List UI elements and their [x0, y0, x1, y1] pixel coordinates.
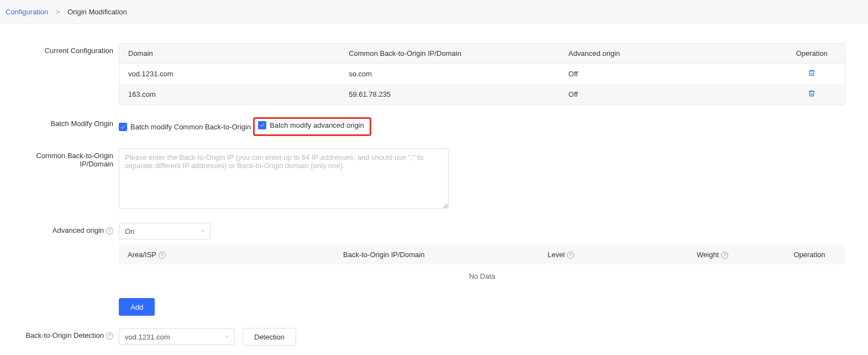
cell-common: 59.61.78.235: [340, 84, 560, 105]
help-icon[interactable]: ?: [106, 332, 113, 340]
th-level: Level?: [548, 250, 697, 259]
cell-domain: 163.com: [119, 84, 340, 105]
label-advanced-origin: Advanced origin?: [22, 223, 119, 234]
breadcrumb: Configuration > Origin Modification: [0, 0, 868, 24]
label-back-to-origin-detection: Back-to-Origin Detection?: [22, 328, 119, 340]
breadcrumb-root-link[interactable]: Configuration: [6, 8, 48, 16]
label-batch-modify-origin: Batch Modify Origin: [22, 117, 119, 128]
highlight-box: Batch modify advanced origin: [253, 117, 371, 136]
back-to-origin-textarea[interactable]: [119, 148, 449, 209]
th-common: Common Back-to-Origin IP/Domain: [340, 44, 560, 64]
breadcrumb-separator: >: [56, 8, 60, 16]
help-icon[interactable]: ?: [159, 252, 166, 259]
select-value: vod.1231.com: [125, 333, 170, 341]
chevron-down-icon: [200, 227, 206, 236]
th-operation: Operation: [782, 250, 837, 259]
th-area-isp: Area/ISP?: [128, 250, 343, 259]
cell-common: so.com: [340, 64, 560, 85]
current-config-table: Domain Common Back-to-Origin IP/Domain A…: [119, 43, 845, 105]
add-button[interactable]: Add: [119, 298, 155, 316]
chevron-down-icon: [224, 333, 230, 341]
cell-advanced: Off: [560, 64, 779, 85]
delete-icon[interactable]: [808, 69, 816, 77]
checkbox-icon: [258, 121, 266, 129]
th-weight: Weight?: [697, 250, 782, 259]
help-icon[interactable]: ?: [567, 252, 574, 259]
advanced-origin-select[interactable]: On: [119, 223, 211, 239]
table-row: vod.1231.com so.com Off: [119, 64, 845, 85]
checkbox-icon: [119, 123, 127, 131]
checkbox-batch-common[interactable]: Batch modify Common Back-to-Origin: [119, 123, 251, 131]
no-data-text: No Data: [119, 264, 845, 288]
th-domain: Domain: [119, 44, 340, 64]
detection-button[interactable]: Detection: [243, 328, 296, 346]
th-back-to-origin-ip: Back-to-Origin IP/Domain: [343, 250, 548, 259]
delete-icon[interactable]: [808, 90, 816, 97]
detection-domain-select[interactable]: vod.1231.com: [119, 328, 235, 345]
table-row: 163.com 59.61.78.235 Off: [119, 84, 845, 105]
cell-advanced: Off: [560, 84, 779, 105]
breadcrumb-current: Origin Modification: [67, 8, 127, 16]
label-common-back-to-origin: Common Back-to-Origin IP/Domain: [22, 148, 119, 168]
label-current-configuration: Current Configuration: [22, 43, 119, 55]
cell-domain: vod.1231.com: [119, 64, 340, 85]
help-icon[interactable]: ?: [721, 252, 728, 259]
checkbox-label: Batch modify Common Back-to-Origin: [130, 123, 251, 131]
select-value: On: [125, 227, 134, 236]
checkbox-label: Batch modify advanced origin: [270, 121, 364, 129]
th-advanced: Advanced origin: [560, 44, 779, 64]
help-icon[interactable]: ?: [106, 227, 113, 234]
advanced-origin-table: Area/ISP? Back-to-Origin IP/Domain Level…: [119, 245, 845, 288]
th-operation: Operation: [779, 44, 845, 64]
checkbox-batch-advanced[interactable]: Batch modify advanced origin: [258, 121, 364, 129]
